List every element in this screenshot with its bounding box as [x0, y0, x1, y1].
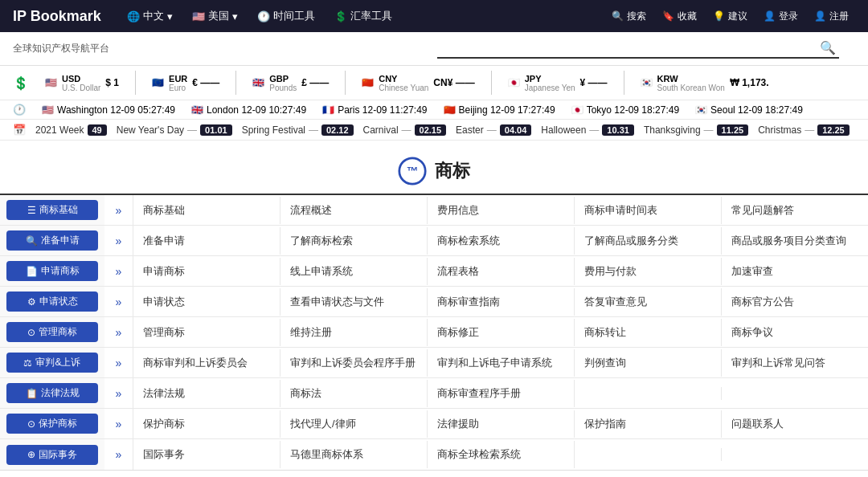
row-cells: 申请状态 查看申请状态与文件 商标审查指南 答复审查意见 商标官方公告	[133, 287, 868, 316]
clock-tokyo: 🇯🇵 Tokyo 12-09 18:27:49	[571, 104, 679, 116]
cell-item[interactable]: 商标全球检索系统	[428, 441, 575, 468]
cell-item[interactable]: 答复审查意见	[575, 288, 722, 316]
holiday-spring-festival: Spring Festival — 02.12	[242, 124, 354, 136]
cat-trademark-basics[interactable]: ☰ 商标基础	[0, 195, 104, 225]
cell-item[interactable]: 法律援助	[428, 410, 575, 438]
time-tool-label: 时间工具	[273, 9, 315, 23]
row-cells: 法律法规 商标法 商标审查程序手册	[133, 378, 868, 408]
cell-item[interactable]: 查看申请状态与文件	[280, 288, 428, 316]
clock-bar: 🕐 🇺🇸 Washington 12-09 05:27:49 🇬🇧 London…	[0, 100, 868, 120]
cell-item[interactable]: 商标检索系统	[428, 227, 575, 255]
cell-item[interactable]: 常见问题解答	[722, 197, 868, 224]
nav-register-btn[interactable]: 👤 注册	[808, 6, 855, 26]
cell-item[interactable]: 流程表格	[428, 258, 575, 285]
cell-item[interactable]: 商标审查指南	[428, 288, 575, 316]
cat-label: 保护商标	[39, 417, 77, 430]
cell-item[interactable]: 商标转让	[575, 319, 722, 346]
cell-item[interactable]: 审判和上诉委员会程序手册	[280, 349, 428, 377]
washington-time: Washington 12-09 05:27:49	[57, 104, 175, 116]
table-row: ⊙ 保护商标 » 保护商标 找代理人/律师 法律援助 保护指南 问题联系人	[0, 409, 868, 439]
cell-item[interactable]: 商品或服务项目分类查询	[722, 227, 868, 255]
cell-item[interactable]: 管理商标	[133, 319, 280, 346]
search-button-icon[interactable]: 🔍	[820, 40, 836, 55]
cell-item[interactable]: 费用与付款	[575, 258, 722, 285]
nav-time-tool[interactable]: 🕐 时间工具	[251, 6, 321, 26]
cell-item[interactable]: 国际事务	[133, 441, 280, 468]
cell-item[interactable]: 商标申请时间表	[575, 197, 722, 224]
cat-apply-trademark[interactable]: 📄 申请商标	[0, 256, 104, 286]
calendar-bar: 📅 2021 Week 49 New Year's Day — 01.01 Sp…	[0, 120, 868, 141]
time-icon: 🕐	[257, 10, 270, 22]
search-nav-icon: 🔍	[612, 10, 624, 22]
cat-prepare-apply[interactable]: 🔍 准备申请	[0, 226, 104, 255]
krw-flag: 🇰🇷	[641, 77, 653, 88]
row-cells: 准备申请 了解商标检索 商标检索系统 了解商品或服务分类 商品或服务项目分类查询	[133, 226, 868, 255]
cat-label: 审判&上诉	[35, 356, 80, 369]
cell-item[interactable]: 维持注册	[280, 319, 428, 346]
cell-item[interactable]: 了解商品或服务分类	[575, 227, 722, 255]
nav-region[interactable]: 🇺🇸 美国 ▾	[186, 6, 244, 26]
cell-item[interactable]: 商标审判和上诉委员会	[133, 349, 280, 377]
cell-item[interactable]: 商标争议	[722, 319, 868, 346]
cat-trial-appeal[interactable]: ⚖ 审判&上诉	[0, 348, 104, 377]
cell-item[interactable]: 商标官方公告	[722, 288, 868, 316]
cat-protect-trademark[interactable]: ⊙ 保护商标	[0, 409, 104, 438]
register-icon: 👤	[814, 10, 826, 22]
nav-search-btn[interactable]: 🔍 搜索	[605, 6, 653, 26]
search-input-wrap[interactable]: 🔍	[437, 39, 839, 59]
nav-bookmark-btn[interactable]: 🔖 收藏	[656, 6, 703, 26]
table-row: 📄 申请商标 » 申请商标 线上申请系统 流程表格 费用与付款 加速审查	[0, 256, 868, 287]
cell-item[interactable]: 找代理人/律师	[280, 410, 428, 438]
nav-globe[interactable]: 🌐 中文 ▾	[121, 6, 179, 26]
nav-login-btn[interactable]: 👤 登录	[757, 6, 805, 26]
search-input[interactable]	[440, 42, 820, 55]
cell-item[interactable]: 审判和上诉常见问答	[722, 349, 868, 377]
cat-laws[interactable]: 📋 法律法规	[0, 378, 104, 408]
cell-item[interactable]: 加速审查	[722, 258, 868, 285]
exchange-icon: 💲	[334, 10, 347, 22]
cell-item[interactable]: 准备申请	[133, 227, 280, 255]
cell-item[interactable]: 保护商标	[133, 410, 280, 438]
row-arrow-icon: »	[104, 348, 133, 377]
cell-item[interactable]: 线上申请系统	[280, 258, 428, 285]
cat-application-status[interactable]: ⚙ 申请状态	[0, 287, 104, 316]
cat-manage-trademark[interactable]: ⊙ 管理商标	[0, 317, 104, 347]
cell-item[interactable]: 保护指南	[575, 410, 722, 438]
nav-suggest-btn[interactable]: 💡 建议	[706, 6, 754, 26]
cell-item[interactable]: 审判和上诉电子申请系统	[428, 349, 575, 377]
cat-icon: ⚙	[27, 296, 36, 308]
cell-item	[575, 448, 722, 461]
trademark-table: ☰ 商标基础 » 商标基础 流程概述 费用信息 商标申请时间表 常见问题解答 🔍…	[0, 194, 868, 471]
holiday-new-years: New Year's Day — 01.01	[117, 124, 232, 136]
cell-item[interactable]: 申请状态	[133, 288, 280, 316]
exchange-tool-label: 汇率工具	[350, 9, 392, 23]
cell-item[interactable]: 商标基础	[133, 197, 280, 224]
cell-item[interactable]: 费用信息	[428, 197, 575, 224]
cell-item[interactable]: 法律法规	[133, 380, 280, 407]
table-row: ⚙ 申请状态 » 申请状态 查看申请状态与文件 商标审查指南 答复审查意见 商标…	[0, 287, 868, 317]
search-nav-label: 搜索	[627, 10, 646, 23]
cell-item[interactable]: 马德里商标体系	[280, 441, 428, 468]
row-arrow-icon: »	[104, 378, 133, 408]
suggest-icon: 💡	[713, 10, 725, 22]
row-cells: 国际事务 马德里商标体系 商标全球检索系统	[133, 439, 868, 470]
cell-item[interactable]: 判例查询	[575, 349, 722, 377]
nav-exchange-tool[interactable]: 💲 汇率工具	[328, 6, 399, 26]
cell-item[interactable]: 商标法	[280, 380, 428, 407]
row-arrow-icon: »	[104, 256, 133, 286]
cat-label: 商标基础	[39, 203, 78, 217]
main-content: ™ 商标 ☰ 商标基础 » 商标基础 流程概述 费用信息 商标申请时间表 常见问…	[0, 141, 868, 477]
cell-item[interactable]: 了解商标检索	[280, 227, 428, 255]
cell-item[interactable]: 商标审查程序手册	[428, 380, 575, 407]
cell-item[interactable]: 流程概述	[280, 197, 428, 224]
cell-item[interactable]: 商标修正	[428, 319, 575, 346]
cell-item	[722, 448, 868, 461]
cell-item[interactable]: 问题联系人	[722, 410, 868, 438]
row-arrow-icon: »	[104, 226, 133, 255]
cell-item[interactable]: 申请商标	[133, 258, 280, 285]
trademark-section-title: 商标	[435, 159, 470, 183]
register-label: 注册	[829, 10, 849, 23]
cat-international[interactable]: ⊕ 国际事务	[0, 439, 104, 470]
lang-dropdown-icon: ▾	[167, 10, 173, 22]
holiday-halloween: Halloween — 10.31	[541, 124, 634, 136]
